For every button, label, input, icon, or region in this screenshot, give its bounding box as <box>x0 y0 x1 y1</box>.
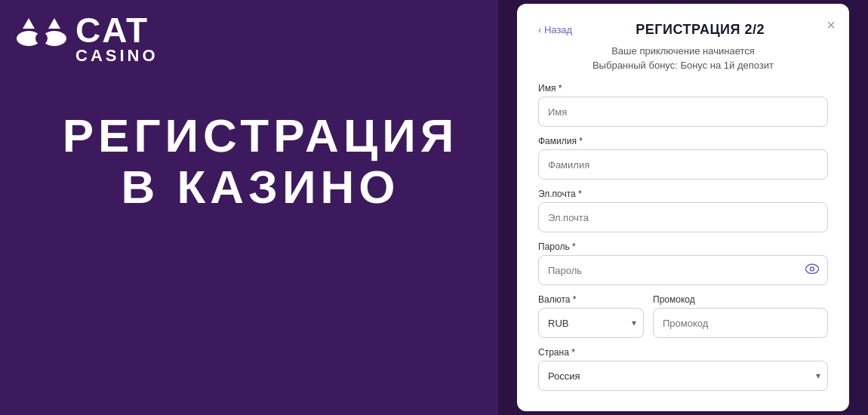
toggle-password-icon[interactable] <box>805 263 819 277</box>
svg-point-5 <box>811 267 814 271</box>
country-label: Страна * <box>538 347 828 358</box>
svg-point-2 <box>35 32 48 45</box>
logo-area: CAT CASINO <box>15 12 159 65</box>
modal-title: РЕГИСТРАЦИЯ 2/2 <box>636 22 765 38</box>
currency-select-wrapper: RUB USD EUR ▾ <box>538 308 644 338</box>
promo-field-group: Промокод <box>653 294 828 338</box>
password-wrapper <box>538 255 828 285</box>
country-select-wrapper: Россия США Германия ▾ <box>538 361 828 391</box>
svg-marker-4 <box>48 18 60 29</box>
modal-header: ‹ Назад РЕГИСТРАЦИЯ 2/2 × <box>538 22 828 38</box>
hero-title-line2: В КАЗИНО <box>121 161 399 213</box>
password-label: Пароль * <box>538 241 828 252</box>
last-name-input[interactable] <box>538 149 828 180</box>
registration-modal: ‹ Назад РЕГИСТРАЦИЯ 2/2 × Ваше приключен… <box>517 4 849 411</box>
country-field-group: Страна * Россия США Германия ▾ <box>538 347 828 391</box>
hero-title: РЕГИСТРАЦИЯ В КАЗИНО <box>15 110 483 213</box>
logo-casino-text: CASINO <box>75 48 159 64</box>
first-name-input[interactable] <box>538 97 828 127</box>
close-button[interactable]: × <box>826 17 836 32</box>
hero-title-line1: РЕГИСТРАЦИЯ <box>63 109 459 161</box>
first-name-field-group: Имя * <box>538 83 828 127</box>
email-input[interactable] <box>538 202 828 232</box>
currency-promo-row: Валюта * RUB USD EUR ▾ Промокод <box>538 294 828 338</box>
email-label: Эл.почта * <box>538 189 828 199</box>
modal-subtitle: Ваше приключение начинается <box>538 45 828 57</box>
currency-field-group: Валюта * RUB USD EUR ▾ <box>538 294 644 338</box>
svg-marker-3 <box>23 18 35 29</box>
email-field-group: Эл.почта * <box>538 189 828 232</box>
password-input[interactable] <box>538 255 828 285</box>
currency-select[interactable]: RUB USD EUR <box>538 308 644 338</box>
first-name-label: Имя * <box>538 83 828 94</box>
modal-bonus: Выбранный бонус: Бонус на 1й депозит <box>538 60 828 71</box>
promo-label: Промокод <box>653 294 828 305</box>
currency-label: Валюта * <box>538 294 644 305</box>
password-field-group: Пароль * <box>538 241 828 285</box>
last-name-label: Фамилия * <box>538 136 828 146</box>
last-name-field-group: Фамилия * <box>538 136 828 180</box>
promo-input[interactable] <box>653 308 828 338</box>
modal-backdrop: ‹ Назад РЕГИСТРАЦИЯ 2/2 × Ваше приключен… <box>498 0 868 415</box>
left-section: CAT CASINO РЕГИСТРАЦИЯ В КАЗИНО <box>0 0 498 415</box>
logo-cat-text: CAT <box>75 13 159 48</box>
country-select[interactable]: Россия США Германия <box>538 361 828 391</box>
cat-logo-icon <box>15 12 68 65</box>
back-button[interactable]: ‹ Назад <box>538 24 572 35</box>
logo-text-block: CAT CASINO <box>75 13 159 64</box>
